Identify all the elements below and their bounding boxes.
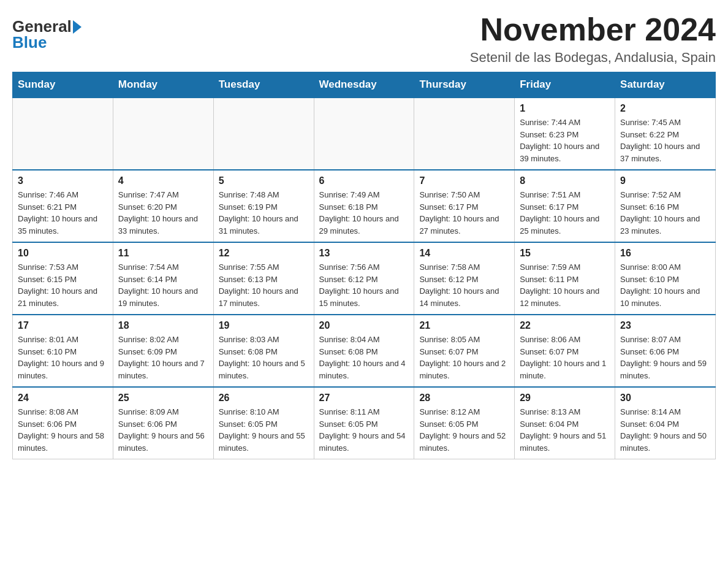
day-info: Sunrise: 8:07 AMSunset: 6:06 PMDaylight:… bbox=[620, 334, 710, 381]
day-number: 11 bbox=[118, 248, 208, 259]
calendar-cell: 28Sunrise: 8:12 AMSunset: 6:05 PMDayligh… bbox=[414, 387, 515, 459]
calendar-week-row: 3Sunrise: 7:46 AMSunset: 6:21 PMDaylight… bbox=[13, 170, 716, 242]
day-number: 15 bbox=[520, 248, 610, 259]
day-number: 10 bbox=[18, 248, 108, 259]
day-info: Sunrise: 7:51 AMSunset: 6:17 PMDaylight:… bbox=[520, 189, 610, 237]
calendar-cell: 23Sunrise: 8:07 AMSunset: 6:06 PMDayligh… bbox=[615, 315, 716, 387]
calendar-cell: 25Sunrise: 8:09 AMSunset: 6:06 PMDayligh… bbox=[113, 387, 213, 459]
day-number: 28 bbox=[419, 393, 509, 404]
calendar-header-row: SundayMondayTuesdayWednesdayThursdayFrid… bbox=[13, 72, 716, 98]
day-info: Sunrise: 7:50 AMSunset: 6:17 PMDaylight:… bbox=[419, 189, 509, 237]
day-info: Sunrise: 8:14 AMSunset: 6:04 PMDaylight:… bbox=[620, 406, 710, 454]
day-number: 9 bbox=[620, 175, 710, 186]
calendar-cell: 22Sunrise: 8:06 AMSunset: 6:07 PMDayligh… bbox=[515, 315, 615, 387]
day-info: Sunrise: 7:47 AMSunset: 6:20 PMDaylight:… bbox=[118, 189, 208, 237]
day-info: Sunrise: 8:08 AMSunset: 6:06 PMDaylight:… bbox=[18, 406, 108, 454]
day-info: Sunrise: 7:52 AMSunset: 6:16 PMDaylight:… bbox=[620, 189, 710, 237]
day-number: 30 bbox=[620, 393, 710, 404]
day-info: Sunrise: 8:03 AMSunset: 6:08 PMDaylight:… bbox=[219, 334, 309, 381]
day-info: Sunrise: 7:55 AMSunset: 6:13 PMDaylight:… bbox=[219, 261, 309, 309]
calendar-cell bbox=[13, 98, 113, 170]
day-info: Sunrise: 7:45 AMSunset: 6:22 PMDaylight:… bbox=[620, 117, 710, 164]
day-info: Sunrise: 7:53 AMSunset: 6:15 PMDaylight:… bbox=[18, 261, 108, 309]
calendar-header-tuesday: Tuesday bbox=[213, 72, 314, 98]
day-info: Sunrise: 8:05 AMSunset: 6:07 PMDaylight:… bbox=[419, 334, 509, 381]
calendar-week-row: 1Sunrise: 7:44 AMSunset: 6:23 PMDaylight… bbox=[13, 98, 716, 170]
calendar-cell bbox=[213, 98, 314, 170]
calendar-cell: 7Sunrise: 7:50 AMSunset: 6:17 PMDaylight… bbox=[414, 170, 515, 242]
location-title: Setenil de las Bodegas, Andalusia, Spain bbox=[470, 50, 716, 66]
calendar-cell: 5Sunrise: 7:48 AMSunset: 6:19 PMDaylight… bbox=[213, 170, 314, 242]
day-number: 13 bbox=[319, 248, 409, 259]
calendar-cell: 19Sunrise: 8:03 AMSunset: 6:08 PMDayligh… bbox=[213, 315, 314, 387]
calendar-cell: 13Sunrise: 7:56 AMSunset: 6:12 PMDayligh… bbox=[314, 242, 414, 315]
day-info: Sunrise: 8:04 AMSunset: 6:08 PMDaylight:… bbox=[319, 334, 409, 381]
calendar-header-monday: Monday bbox=[113, 72, 213, 98]
calendar-cell: 6Sunrise: 7:49 AMSunset: 6:18 PMDaylight… bbox=[314, 170, 414, 242]
day-info: Sunrise: 8:00 AMSunset: 6:10 PMDaylight:… bbox=[620, 261, 710, 309]
day-info: Sunrise: 8:06 AMSunset: 6:07 PMDaylight:… bbox=[520, 334, 610, 381]
calendar-week-row: 10Sunrise: 7:53 AMSunset: 6:15 PMDayligh… bbox=[13, 242, 716, 315]
title-block: November 2024 Setenil de las Bodegas, An… bbox=[470, 12, 716, 66]
day-info: Sunrise: 8:02 AMSunset: 6:09 PMDaylight:… bbox=[118, 334, 208, 381]
calendar-cell: 1Sunrise: 7:44 AMSunset: 6:23 PMDaylight… bbox=[515, 98, 615, 170]
day-info: Sunrise: 7:59 AMSunset: 6:11 PMDaylight:… bbox=[520, 261, 610, 309]
day-info: Sunrise: 7:48 AMSunset: 6:19 PMDaylight:… bbox=[219, 189, 309, 237]
day-number: 5 bbox=[219, 175, 309, 186]
calendar-cell: 27Sunrise: 8:11 AMSunset: 6:05 PMDayligh… bbox=[314, 387, 414, 459]
calendar-cell: 30Sunrise: 8:14 AMSunset: 6:04 PMDayligh… bbox=[615, 387, 716, 459]
calendar-cell: 9Sunrise: 7:52 AMSunset: 6:16 PMDaylight… bbox=[615, 170, 716, 242]
day-info: Sunrise: 8:01 AMSunset: 6:10 PMDaylight:… bbox=[18, 334, 108, 381]
day-number: 16 bbox=[620, 248, 710, 259]
logo-general-text: General bbox=[12, 18, 72, 34]
day-info: Sunrise: 7:46 AMSunset: 6:21 PMDaylight:… bbox=[18, 189, 108, 237]
page-header: General Blue November 2024 Setenil de la… bbox=[12, 12, 716, 66]
day-number: 14 bbox=[419, 248, 509, 259]
calendar-cell: 16Sunrise: 8:00 AMSunset: 6:10 PMDayligh… bbox=[615, 242, 716, 315]
day-info: Sunrise: 7:58 AMSunset: 6:12 PMDaylight:… bbox=[419, 261, 509, 309]
day-number: 25 bbox=[118, 393, 208, 404]
calendar-cell: 20Sunrise: 8:04 AMSunset: 6:08 PMDayligh… bbox=[314, 315, 414, 387]
day-number: 21 bbox=[419, 320, 509, 331]
calendar-cell: 4Sunrise: 7:47 AMSunset: 6:20 PMDaylight… bbox=[113, 170, 213, 242]
calendar-header-sunday: Sunday bbox=[13, 72, 113, 98]
month-title: November 2024 bbox=[470, 12, 716, 47]
day-info: Sunrise: 8:13 AMSunset: 6:04 PMDaylight:… bbox=[520, 406, 610, 454]
calendar-header-thursday: Thursday bbox=[414, 72, 515, 98]
calendar-table: SundayMondayTuesdayWednesdayThursdayFrid… bbox=[12, 72, 716, 459]
day-info: Sunrise: 7:44 AMSunset: 6:23 PMDaylight:… bbox=[520, 117, 610, 164]
calendar-cell: 17Sunrise: 8:01 AMSunset: 6:10 PMDayligh… bbox=[13, 315, 113, 387]
logo-blue-text: Blue bbox=[12, 34, 47, 50]
day-number: 19 bbox=[219, 320, 309, 331]
calendar-header-saturday: Saturday bbox=[615, 72, 716, 98]
day-info: Sunrise: 7:49 AMSunset: 6:18 PMDaylight:… bbox=[319, 189, 409, 237]
calendar-cell: 12Sunrise: 7:55 AMSunset: 6:13 PMDayligh… bbox=[213, 242, 314, 315]
calendar-cell: 8Sunrise: 7:51 AMSunset: 6:17 PMDaylight… bbox=[515, 170, 615, 242]
day-info: Sunrise: 7:54 AMSunset: 6:14 PMDaylight:… bbox=[118, 261, 208, 309]
day-number: 8 bbox=[520, 175, 610, 186]
calendar-cell: 26Sunrise: 8:10 AMSunset: 6:05 PMDayligh… bbox=[213, 387, 314, 459]
day-number: 17 bbox=[18, 320, 108, 331]
calendar-cell: 29Sunrise: 8:13 AMSunset: 6:04 PMDayligh… bbox=[515, 387, 615, 459]
calendar-cell: 18Sunrise: 8:02 AMSunset: 6:09 PMDayligh… bbox=[113, 315, 213, 387]
calendar-cell: 3Sunrise: 7:46 AMSunset: 6:21 PMDaylight… bbox=[13, 170, 113, 242]
calendar-cell: 14Sunrise: 7:58 AMSunset: 6:12 PMDayligh… bbox=[414, 242, 515, 315]
calendar-cell: 2Sunrise: 7:45 AMSunset: 6:22 PMDaylight… bbox=[615, 98, 716, 170]
calendar-cell: 11Sunrise: 7:54 AMSunset: 6:14 PMDayligh… bbox=[113, 242, 213, 315]
calendar-cell: 21Sunrise: 8:05 AMSunset: 6:07 PMDayligh… bbox=[414, 315, 515, 387]
day-number: 26 bbox=[219, 393, 309, 404]
day-number: 4 bbox=[118, 175, 208, 186]
calendar-header-friday: Friday bbox=[515, 72, 615, 98]
day-info: Sunrise: 8:11 AMSunset: 6:05 PMDaylight:… bbox=[319, 406, 409, 454]
day-number: 24 bbox=[18, 393, 108, 404]
calendar-cell: 15Sunrise: 7:59 AMSunset: 6:11 PMDayligh… bbox=[515, 242, 615, 315]
calendar-cell bbox=[314, 98, 414, 170]
day-number: 12 bbox=[219, 248, 309, 259]
day-info: Sunrise: 8:10 AMSunset: 6:05 PMDaylight:… bbox=[219, 406, 309, 454]
day-number: 29 bbox=[520, 393, 610, 404]
day-info: Sunrise: 7:56 AMSunset: 6:12 PMDaylight:… bbox=[319, 261, 409, 309]
calendar-week-row: 24Sunrise: 8:08 AMSunset: 6:06 PMDayligh… bbox=[13, 387, 716, 459]
day-info: Sunrise: 8:09 AMSunset: 6:06 PMDaylight:… bbox=[118, 406, 208, 454]
day-number: 1 bbox=[520, 103, 610, 114]
calendar-header-wednesday: Wednesday bbox=[314, 72, 414, 98]
